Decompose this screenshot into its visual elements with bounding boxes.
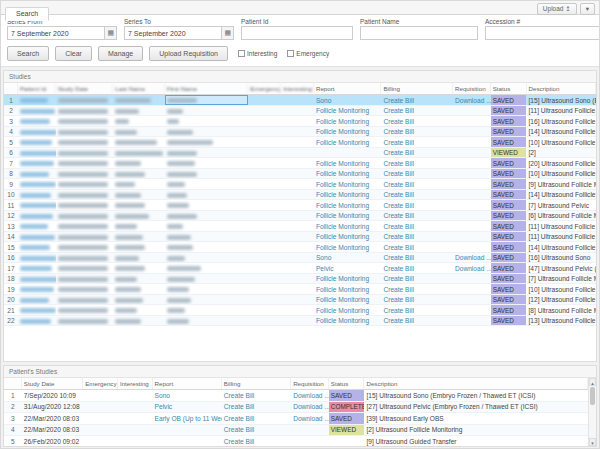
tab-search[interactable]: Search xyxy=(5,7,49,21)
scroll-up-icon[interactable]: ▴ xyxy=(589,378,596,386)
requisition-link[interactable]: Download ... xyxy=(453,95,491,105)
billing-link[interactable]: Create Bill xyxy=(381,305,453,315)
cell-patient-id[interactable] xyxy=(18,169,56,179)
cell-patient-id[interactable] xyxy=(18,253,56,263)
billing-link[interactable]: Create Bill xyxy=(381,232,453,242)
requisition-link[interactable]: Download ... xyxy=(291,413,329,424)
cell-patient-id[interactable] xyxy=(18,200,56,210)
cell-patient-id[interactable] xyxy=(18,274,56,284)
report-link[interactable]: Follicle Monitoring xyxy=(314,221,382,231)
billing-link[interactable]: Create Bill xyxy=(381,295,453,305)
report-link[interactable]: Follicle Monitoring xyxy=(314,295,382,305)
calendar-icon[interactable]: ▦ xyxy=(221,27,233,39)
checkbox-emergency[interactable]: Emergency xyxy=(287,50,329,57)
report-link[interactable]: Follicle Monitoring xyxy=(314,242,382,252)
billing-link[interactable]: Create Bill xyxy=(222,436,291,446)
text-input[interactable] xyxy=(361,27,477,39)
requisition-link[interactable]: Download ... xyxy=(453,253,491,263)
billing-link[interactable]: Create Bill xyxy=(381,221,453,231)
cell-patient-id[interactable] xyxy=(18,263,56,273)
cell-patient-id[interactable] xyxy=(18,232,56,242)
billing-link[interactable]: Create Bill xyxy=(381,263,453,273)
table-row[interactable]: 20Follicle MonitoringCreate BillSAVED[12… xyxy=(4,295,596,306)
calendar-icon[interactable]: ▦ xyxy=(104,27,116,39)
billing-link[interactable]: Create Bill xyxy=(381,284,453,294)
table-row[interactable]: 13Follicle MonitoringCreate BillSAVED[11… xyxy=(4,221,596,232)
text-input[interactable] xyxy=(486,27,600,39)
table-row[interactable]: 17/Sep/2020 10:09SonoCreate BillDownload… xyxy=(4,390,588,402)
billing-link[interactable]: Create Bill xyxy=(222,390,291,401)
cell-patient-id[interactable] xyxy=(18,158,56,168)
table-row[interactable]: 16SonoCreate BillDownload ...SAVED[16] U… xyxy=(4,253,596,264)
scroll-down-icon[interactable]: ▾ xyxy=(589,438,596,446)
report-link[interactable]: Follicle Monitoring xyxy=(314,106,382,116)
requisition-link[interactable]: Download ... xyxy=(291,390,329,401)
report-link[interactable]: Follicle Monitoring xyxy=(314,274,382,284)
report-link[interactable]: Follicle Monitoring xyxy=(314,211,382,221)
table-row[interactable]: 9Follicle MonitoringCreate BillSAVED[9] … xyxy=(4,179,596,190)
cell-patient-id[interactable] xyxy=(18,148,56,158)
report-link[interactable]: Follicle Monitoring xyxy=(314,158,382,168)
report-link[interactable]: Sono xyxy=(314,253,382,263)
billing-link[interactable]: Create Bill xyxy=(381,242,453,252)
billing-link[interactable]: Create Bill xyxy=(381,106,453,116)
scrollbar-thumb[interactable] xyxy=(590,387,595,405)
report-link[interactable]: Early OB (Up to 11 Weeks) xyxy=(153,413,222,424)
billing-link[interactable]: Create Bill xyxy=(381,137,453,147)
billing-link[interactable]: Create Bill xyxy=(381,316,453,326)
billing-link[interactable]: Create Bill xyxy=(381,274,453,284)
checkbox-interesting[interactable]: Interesting xyxy=(238,50,277,57)
table-row[interactable]: 12Follicle MonitoringCreate BillSAVED[6]… xyxy=(4,211,596,222)
table-row[interactable]: 17PelvicCreate BillDownload ...SAVED[47]… xyxy=(4,263,596,274)
cell-patient-id[interactable] xyxy=(18,106,56,116)
cell-patient-id[interactable] xyxy=(18,295,56,305)
requisition-link[interactable]: Download ... xyxy=(291,402,329,413)
table-row[interactable]: 11Follicle MonitoringCreate BillSAVED[7]… xyxy=(4,200,596,211)
report-link[interactable]: Follicle Monitoring xyxy=(314,179,382,189)
table-row[interactable]: 14Follicle MonitoringCreate BillSAVED[11… xyxy=(4,232,596,243)
table-row[interactable]: 322/Mar/2020 08:03Early OB (Up to 11 Wee… xyxy=(4,413,588,425)
report-link[interactable]: Follicle Monitoring xyxy=(314,305,382,315)
billing-link[interactable]: Create Bill xyxy=(381,179,453,189)
table-row[interactable]: 3Follicle MonitoringCreate BillSAVED[16]… xyxy=(4,116,596,127)
date-input[interactable] xyxy=(8,27,104,39)
billing-link[interactable]: Create Bill xyxy=(381,158,453,168)
table-row[interactable]: 526/Feb/2020 09:02Create Bill[9] Ultraso… xyxy=(4,436,588,446)
billing-link[interactable]: Create Bill xyxy=(381,116,453,126)
table-row[interactable]: 7Follicle MonitoringCreate BillSAVED[20]… xyxy=(4,158,596,169)
report-link[interactable]: Follicle Monitoring xyxy=(314,127,382,137)
report-link[interactable]: Follicle Monitoring xyxy=(314,284,382,294)
cell-patient-id[interactable] xyxy=(18,127,56,137)
report-link[interactable]: Follicle Monitoring xyxy=(314,116,382,126)
table-row[interactable]: 19Follicle MonitoringCreate BillSAVED[10… xyxy=(4,284,596,295)
table-row[interactable]: 422/Mar/2020 08:03Create BillVIEWED[2] U… xyxy=(4,425,588,437)
table-row[interactable]: 5Follicle MonitoringCreate BillSAVED[10]… xyxy=(4,137,596,148)
cell-patient-id[interactable] xyxy=(18,116,56,126)
cell-patient-id[interactable] xyxy=(18,221,56,231)
billing-link[interactable]: Create Bill xyxy=(381,253,453,263)
report-link[interactable]: Sono xyxy=(153,390,222,401)
table-row[interactable]: 21Follicle MonitoringCreate BillSAVED[8]… xyxy=(4,305,596,316)
billing-link[interactable]: Create Bill xyxy=(381,95,453,105)
table-row[interactable]: 4Follicle MonitoringCreate BillSAVED[14]… xyxy=(4,127,596,138)
billing-link[interactable]: Create Bill xyxy=(222,425,291,436)
table-row[interactable]: 6Create BillVIEWED[2] xyxy=(4,148,596,159)
billing-link[interactable]: Create Bill xyxy=(222,413,291,424)
report-link[interactable]: Follicle Monitoring xyxy=(314,190,382,200)
cell-patient-id[interactable] xyxy=(18,190,56,200)
report-link[interactable]: Pelvic xyxy=(153,402,222,413)
table-row[interactable]: 15Follicle MonitoringCreate BillSAVED[14… xyxy=(4,242,596,253)
billing-link[interactable]: Create Bill xyxy=(381,127,453,137)
requisition-link[interactable]: Download ... xyxy=(453,263,491,273)
checkbox-box-icon[interactable] xyxy=(287,50,294,57)
report-link[interactable]: Follicle Monitoring xyxy=(314,137,382,147)
cell-patient-id[interactable] xyxy=(18,137,56,147)
billing-link[interactable]: Create Bill xyxy=(381,200,453,210)
menu-dropdown-button[interactable]: ▾ xyxy=(580,3,595,15)
report-link[interactable]: Follicle Monitoring xyxy=(314,316,382,326)
text-input[interactable] xyxy=(242,27,352,39)
cell-patient-id[interactable] xyxy=(18,316,56,326)
cell-patient-id[interactable] xyxy=(18,179,56,189)
table-row[interactable]: 8Follicle MonitoringCreate BillSAVED[10]… xyxy=(4,169,596,180)
manage-button[interactable]: Manage xyxy=(98,46,143,61)
